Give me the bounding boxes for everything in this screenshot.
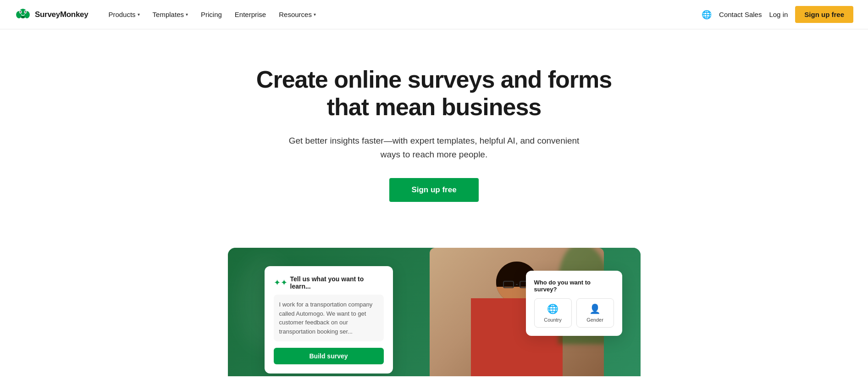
enterprise-nav-link[interactable]: Enterprise — [229, 7, 271, 22]
ai-card-input-text[interactable]: I work for a transportation company call… — [274, 295, 384, 341]
login-link[interactable]: Log in — [769, 11, 788, 18]
who-card-options: 🌐 Country 👤 Gender — [534, 298, 614, 328]
who-card-title: Who do you want to survey? — [534, 279, 614, 293]
gender-label: Gender — [586, 317, 603, 323]
nav-right: 🌐 Contact Sales Log in Sign up free — [702, 6, 853, 23]
preview-image: ✦✦ Tell us what you want to learn... I w… — [228, 248, 641, 376]
country-option[interactable]: 🌐 Country — [534, 298, 572, 328]
contact-sales-link[interactable]: Contact Sales — [719, 11, 762, 18]
logo-icon — [15, 8, 31, 21]
preview-section: ✦✦ Tell us what you want to learn... I w… — [0, 248, 868, 376]
logo-link[interactable]: SurveyMonkey — [15, 8, 88, 21]
ai-prompt-card: ✦✦ Tell us what you want to learn... I w… — [265, 266, 393, 373]
hero-subtitle: Get better insights faster—with expert t… — [278, 134, 590, 162]
templates-chevron-icon: ▾ — [186, 12, 188, 17]
svg-point-6 — [25, 11, 26, 12]
resources-label: Resources — [279, 11, 312, 18]
gender-option[interactable]: 👤 Gender — [576, 298, 614, 328]
sparkle-icon: ✦✦ — [274, 278, 287, 288]
hero-cta-button[interactable]: Sign up free — [389, 178, 478, 202]
gender-icon: 👤 — [589, 303, 601, 314]
ai-card-header: ✦✦ Tell us what you want to learn... — [274, 275, 384, 290]
products-chevron-icon: ▾ — [138, 12, 140, 17]
ai-card-title: Tell us what you want to learn... — [290, 275, 384, 290]
templates-label: Templates — [153, 11, 184, 18]
pricing-nav-link[interactable]: Pricing — [195, 7, 227, 22]
svg-point-5 — [20, 11, 21, 12]
hero-section: Create online surveys and forms that mea… — [228, 29, 641, 220]
globe-icon[interactable]: 🌐 — [702, 10, 712, 20]
svg-point-7 — [21, 16, 25, 18]
templates-nav-link[interactable]: Templates ▾ — [147, 7, 194, 22]
hero-title: Create online surveys and forms that mea… — [237, 66, 631, 121]
signup-button-nav[interactable]: Sign up free — [795, 6, 853, 23]
pricing-label: Pricing — [201, 11, 222, 18]
resources-nav-link[interactable]: Resources ▾ — [273, 7, 321, 22]
country-label: Country — [544, 317, 562, 323]
nav-links: Products ▾ Templates ▾ Pricing Enterpris… — [103, 7, 702, 22]
enterprise-label: Enterprise — [235, 11, 266, 18]
products-nav-link[interactable]: Products ▾ — [103, 7, 145, 22]
build-survey-button[interactable]: Build survey — [274, 348, 384, 364]
navbar: SurveyMonkey Products ▾ Templates ▾ Pric… — [0, 0, 868, 29]
who-survey-card: Who do you want to survey? 🌐 Country 👤 G… — [526, 271, 622, 336]
logo-text: SurveyMonkey — [35, 10, 88, 19]
country-icon: 🌐 — [547, 303, 558, 314]
products-label: Products — [108, 11, 135, 18]
resources-chevron-icon: ▾ — [314, 12, 316, 17]
